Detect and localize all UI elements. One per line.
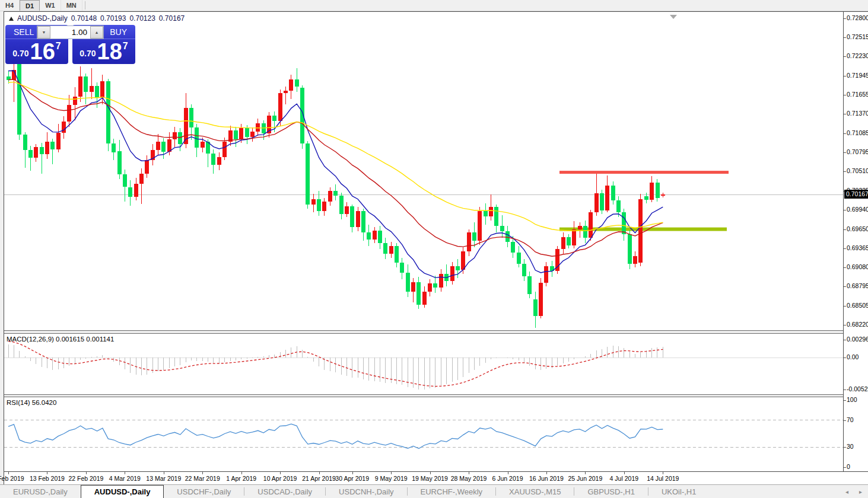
tab-usdcnh-daily[interactable]: USDCNH-,Daily	[326, 485, 406, 498]
date-tick-label: 4 Feb 2019	[0, 475, 24, 482]
date-tick-mark	[469, 472, 469, 474]
date-tick-label: 25 Jun 2019	[568, 475, 602, 482]
price-tick-label: 0.69080	[847, 263, 868, 270]
toolbar-separator	[85, 1, 85, 9]
axis-tick-mark	[844, 286, 846, 287]
price-tick-label: 0.72230	[847, 52, 868, 59]
timeframe-toolbar: H4D1W1MN	[0, 0, 868, 11]
tab-eurusd-daily[interactable]: EURUSD-,Daily	[0, 485, 81, 498]
date-tick-mark	[241, 472, 242, 474]
volume-increase-button[interactable]: ▲	[90, 26, 103, 39]
date-tick-label: 30 Apr 2019	[335, 475, 369, 482]
date-tick-label: 22 Mar 2019	[185, 475, 220, 482]
price-tick-label: 0.71085	[847, 129, 868, 136]
axis-tick-mark	[844, 447, 846, 448]
date-tick-label: 6 Jun 2019	[492, 475, 523, 482]
date-tick-mark	[86, 472, 87, 474]
axis-tick-mark	[844, 390, 846, 390]
tab-scroll-right-icon[interactable]: ▸	[859, 489, 862, 495]
date-tick-mark	[663, 472, 663, 474]
timeframe-button-d1[interactable]: D1	[20, 0, 40, 11]
date-tick-label: 22 Feb 2019	[68, 475, 103, 482]
axis-tick-mark	[844, 133, 846, 134]
price-tick-label: 0.72515	[847, 33, 868, 40]
date-tick-mark	[164, 472, 164, 474]
timeframe-button-w1[interactable]: W1	[40, 0, 61, 11]
price-tick-label: 0.70795	[847, 148, 868, 155]
ohlc-low: 0.70123	[129, 14, 155, 23]
current-price-tag: 0.70167	[844, 190, 868, 199]
macd-value-signal: 0.001141	[86, 336, 114, 343]
chart-ohlc-header: AUDUSD-,Daily 0.70148 0.70193 0.70123 0.…	[9, 14, 185, 23]
timeframe-button-h4[interactable]: H4	[0, 0, 20, 11]
date-tick-label: 13 Feb 2019	[30, 475, 65, 482]
rsi-axis-label: 0	[847, 463, 850, 470]
axis-tick-mark	[844, 171, 846, 172]
tab-ukoil-h1[interactable]: UKOil-,H1	[648, 485, 710, 498]
date-tick-mark	[352, 472, 353, 474]
date-tick-label: 9 May 2019	[375, 475, 408, 482]
price-tick-label: 0.71370	[847, 110, 868, 117]
sell-price: 0.70 16 7	[5, 39, 68, 62]
date-tick-mark	[319, 472, 320, 474]
rsi-axis-label: 100	[847, 396, 857, 403]
date-tick-mark	[585, 472, 586, 474]
date-tick-mark	[624, 472, 625, 474]
date-tick-mark	[430, 472, 431, 474]
price-tick-label: 0.68505	[847, 302, 868, 309]
date-tick-label: 4 Jul 2019	[610, 475, 638, 482]
axis-tick-mark	[844, 467, 846, 468]
axis-tick-mark	[844, 229, 846, 230]
rsi-indicator-pane[interactable]: RSI(14) 56.0420	[4, 397, 843, 471]
tab-audusd-daily[interactable]: AUDUSD-,Daily	[81, 485, 164, 498]
date-tick-label: 28 May 2019	[451, 475, 487, 482]
price-axis[interactable]: 0.728000.725150.722300.719450.716550.713…	[843, 12, 868, 471]
ohlc-close: 0.70167	[159, 14, 185, 23]
price-tick-label: 0.71655	[847, 91, 868, 98]
price-tick-label: 0.71945	[847, 72, 868, 79]
date-tick-mark	[280, 472, 281, 474]
axis-tick-mark	[844, 325, 846, 325]
axis-tick-mark	[844, 210, 846, 210]
chart-shift-marker-icon[interactable]	[670, 15, 677, 19]
macd-axis-label: 0.002962	[847, 336, 868, 343]
axis-tick-mark	[844, 400, 846, 401]
tab-usdchf-daily[interactable]: USDCHF-,Daily	[164, 485, 244, 498]
timeframe-button-mn[interactable]: MN	[61, 0, 82, 11]
date-tick-label: 14 Jul 2019	[647, 475, 679, 482]
ohlc-high: 0.70193	[100, 14, 126, 23]
date-tick-label: 1 Apr 2019	[226, 475, 256, 482]
axis-tick-mark	[844, 37, 846, 38]
price-tick-label: 0.69365	[847, 244, 868, 251]
date-tick-label: 13 Mar 2019	[146, 475, 181, 482]
tab-scroll-left-icon[interactable]: ◂	[845, 489, 848, 495]
volume-input[interactable]	[50, 26, 90, 39]
price-chart-pane[interactable]: AUDUSD-,Daily 0.70148 0.70193 0.70123 0.…	[4, 12, 843, 330]
volume-decrease-button[interactable]: ▼	[37, 26, 50, 39]
axis-tick-mark	[844, 248, 846, 249]
chart-window: AUDUSD-,Daily 0.70148 0.70193 0.70123 0.…	[4, 11, 868, 484]
axis-tick-mark	[844, 267, 846, 268]
date-axis[interactable]: 4 Feb 201913 Feb 201922 Feb 20194 Mar 20…	[4, 471, 868, 484]
tab-eurchf-weekly[interactable]: EURCHF-,Weekly	[408, 485, 496, 498]
price-tick-label: 0.70510	[847, 167, 868, 174]
axis-tick-mark	[844, 152, 846, 153]
axis-tick-mark	[844, 56, 846, 57]
buy-price: 0.70 18 7	[72, 39, 135, 62]
price-tick-label: 0.72800	[847, 14, 868, 21]
rsi-value: 56.0420	[32, 399, 57, 406]
rsi-axis-label: 30	[847, 443, 854, 450]
date-tick-mark	[125, 472, 125, 474]
macd-indicator-pane[interactable]: MACD(12,26,9) 0.001615 0.001141	[4, 334, 843, 394]
tab-xauusd-m15[interactable]: XAUUSD-,M15	[496, 485, 574, 498]
symbol-label: AUDUSD-,Daily	[17, 14, 68, 23]
axis-tick-mark	[844, 340, 846, 340]
tab-usdcad-daily[interactable]: USDCAD-,Daily	[244, 485, 325, 498]
price-tick-label: 0.69940	[847, 206, 868, 213]
symbol-triangle-icon	[9, 17, 14, 21]
chart-tab-bar: EURUSD-,DailyAUDUSD-,DailyUSDCHF-,DailyU…	[0, 484, 868, 498]
axis-tick-mark	[844, 114, 846, 114]
ohlc-open: 0.70148	[71, 14, 97, 23]
tab-gbpusd-h1[interactable]: GBPUSD-,H1	[574, 485, 647, 498]
macd-axis-label: -0.005255	[847, 385, 868, 392]
